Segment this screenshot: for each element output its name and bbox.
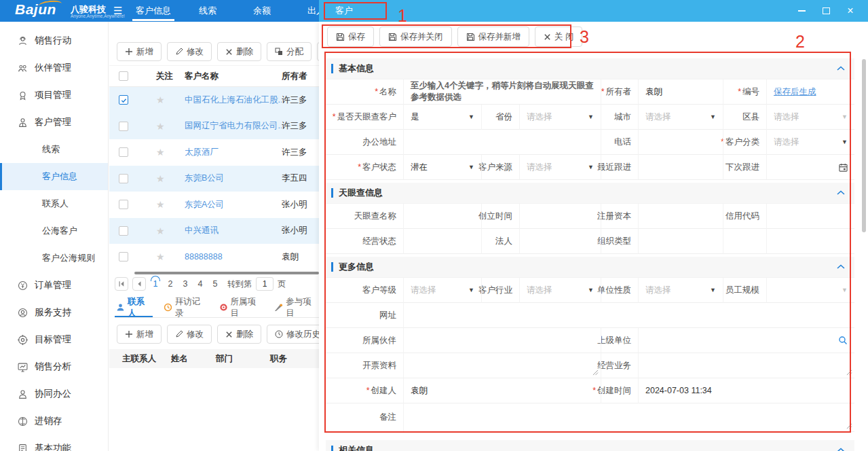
form-text-field[interactable]	[520, 204, 601, 229]
resize-handle-icon[interactable]	[846, 369, 852, 376]
customer-row[interactable]: ★太原酒厂许三多	[109, 139, 319, 166]
search-icon[interactable]	[838, 336, 848, 345]
form-select-field[interactable]: 请选择▼	[639, 278, 723, 303]
star-icon[interactable]: ★	[156, 94, 165, 105]
chevron-up-icon[interactable]	[837, 190, 845, 195]
form-select-field[interactable]: 潜在▼	[404, 155, 482, 180]
row-checkbox[interactable]	[119, 122, 128, 131]
vertical-scrollbar[interactable]	[862, 59, 866, 232]
row-checkbox[interactable]	[119, 95, 128, 105]
page-number-1[interactable]: 1	[150, 279, 161, 289]
page-number-4[interactable]: 4	[195, 279, 206, 289]
hamburger-menu-icon[interactable]: ☰	[113, 0, 122, 22]
row-checkbox[interactable]	[119, 252, 128, 261]
resize-handle-icon[interactable]	[592, 369, 599, 376]
calendar-icon[interactable]	[839, 163, 848, 172]
form-select-field[interactable]: 请选择▼	[520, 155, 601, 180]
form-text-field[interactable]	[639, 204, 723, 229]
form-text-field[interactable]	[639, 229, 723, 254]
form-date-field[interactable]	[767, 155, 854, 180]
form-select-field[interactable]: 请选择▼	[767, 105, 854, 130]
select-all-checkbox[interactable]	[119, 71, 128, 81]
form-text-field[interactable]	[639, 155, 723, 180]
form-select-field[interactable]: ▼	[767, 278, 854, 303]
form-text-field[interactable]	[404, 130, 601, 155]
star-icon[interactable]: ★	[156, 173, 165, 184]
nav-tab-3[interactable]: 余额	[235, 0, 289, 22]
row-checkbox[interactable]	[119, 200, 128, 209]
close-button[interactable]: ×	[845, 5, 856, 16]
customer-name-link[interactable]: 东莞A公司	[185, 200, 224, 209]
customer-name-link[interactable]: 中兴通讯	[185, 226, 219, 235]
customer-name-link[interactable]: 东莞B公司	[185, 173, 224, 183]
sidebar-item[interactable]: 销售分析	[0, 353, 108, 380]
form-text-field[interactable]	[404, 303, 854, 328]
add-button[interactable]: 新增	[117, 42, 162, 61]
form-text-field[interactable]: 2024-07-03 11:34	[639, 378, 854, 403]
goto-page-input[interactable]	[256, 277, 273, 291]
customer-row[interactable]: ★中兴通讯张小明	[109, 218, 319, 245]
form-text-field[interactable]	[767, 204, 854, 229]
sidebar-item[interactable]: 客户管理	[0, 109, 108, 136]
form-text-field[interactable]	[520, 229, 601, 254]
sidebar-item[interactable]: 订单管理	[0, 272, 108, 299]
delete-button[interactable]: 删除	[217, 42, 261, 61]
customer-row[interactable]: ★中国石化上海石油化工股...许三多	[109, 87, 319, 113]
sidebar-subitem[interactable]: 客户信息	[0, 163, 108, 190]
form-textarea-field[interactable]	[639, 353, 854, 378]
row-checkbox[interactable]	[119, 147, 128, 157]
detail-tab[interactable]: 所属项目	[218, 297, 264, 317]
row-checkbox[interactable]	[119, 174, 128, 183]
form-search-field[interactable]	[639, 328, 854, 353]
sidebar-item[interactable]: 销售行动	[0, 27, 108, 54]
star-icon[interactable]: ★	[156, 199, 165, 210]
edit-contact-button[interactable]: 修改	[167, 325, 212, 344]
sidebar-item[interactable]: 基本功能	[0, 435, 108, 451]
customer-row[interactable]: ★88888888袁朗	[109, 244, 319, 270]
form-select-field[interactable]: 是▼	[404, 105, 482, 130]
nav-tab-2[interactable]: 线索	[181, 0, 235, 22]
form-select-field[interactable]: 请选择▼	[767, 130, 854, 155]
chevron-up-icon[interactable]	[837, 448, 845, 451]
detail-tab[interactable]: 参与项目	[273, 297, 319, 317]
form-select-field[interactable]: 请选择▼	[639, 105, 723, 130]
sidebar-item[interactable]: 进销存	[0, 408, 108, 435]
edit-button[interactable]: 修改	[167, 42, 212, 61]
tab-customer-document[interactable]: 客户	[326, 0, 377, 22]
form-text-field[interactable]	[639, 130, 723, 155]
form-select-field[interactable]: 请选择▼	[520, 278, 601, 303]
star-icon[interactable]: ★	[156, 251, 165, 262]
star-icon[interactable]: ★	[156, 121, 165, 132]
page-number-5[interactable]: 5	[210, 279, 221, 289]
minimize-button[interactable]	[796, 5, 807, 16]
delete-contact-button[interactable]: 删除	[217, 325, 261, 344]
sidebar-item[interactable]: 协同办公	[0, 380, 108, 408]
sidebar-item[interactable]: 伙伴管理	[0, 54, 108, 82]
history-button[interactable]: 修改历史	[267, 325, 319, 344]
customer-name-link[interactable]: 国网辽宁省电力有限公司...	[185, 121, 282, 130]
detail-tab[interactable]: 拜访记录	[162, 297, 208, 317]
resize-handle-icon[interactable]	[846, 423, 852, 429]
star-icon[interactable]: ★	[156, 226, 165, 236]
customer-name-link[interactable]: 88888888	[185, 252, 223, 261]
customer-name-link[interactable]: 中国石化上海石油化工股...	[185, 95, 282, 105]
nav-tab-1[interactable]: 客户信息	[126, 0, 181, 22]
form-textarea-field[interactable]	[404, 403, 854, 432]
form-select-field[interactable]: 请选择▼	[404, 278, 482, 303]
form-text-field[interactable]: 袁朗	[639, 79, 723, 105]
detail-tab[interactable]: 联系人	[115, 297, 153, 317]
form-text-field[interactable]	[404, 328, 601, 353]
customer-row[interactable]: ★东莞A公司张小明	[109, 192, 319, 218]
chevron-up-icon[interactable]	[837, 264, 845, 269]
save-close-button[interactable]: 保存并关闭	[379, 26, 452, 47]
save-button[interactable]: 保存	[327, 26, 374, 47]
customer-row[interactable]: ★东莞B公司李五四	[109, 166, 319, 192]
add-contact-button[interactable]: 新增	[117, 325, 162, 344]
page-number-2[interactable]: 2	[165, 279, 176, 289]
form-textarea-field[interactable]	[404, 353, 601, 378]
row-checkbox[interactable]	[119, 226, 128, 236]
form-select-field[interactable]: 请选择▼	[520, 105, 601, 130]
page-number-3[interactable]: 3	[180, 279, 191, 289]
sidebar-item[interactable]: 目标管理	[0, 326, 108, 353]
sidebar-subitem[interactable]: 线索	[0, 136, 108, 163]
